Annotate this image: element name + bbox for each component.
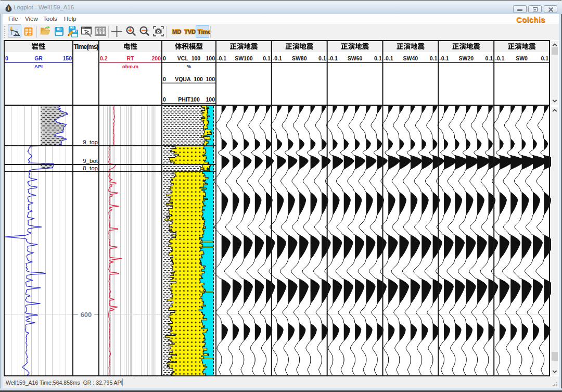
svg-text:9_top: 9_top bbox=[83, 139, 98, 145]
svg-text:100: 100 bbox=[206, 55, 215, 61]
svg-text:VQUA_100: VQUA_100 bbox=[175, 76, 203, 82]
svg-text:0.1: 0.1 bbox=[263, 55, 271, 61]
svg-text:SW60: SW60 bbox=[348, 55, 363, 61]
svg-text:GR: GR bbox=[34, 55, 43, 61]
svg-text:SW100: SW100 bbox=[235, 55, 253, 61]
svg-text:-0.1: -0.1 bbox=[439, 55, 449, 61]
svg-text:9_bot: 9_bot bbox=[83, 158, 98, 164]
svg-text:SW80: SW80 bbox=[292, 55, 307, 61]
svg-text:100: 100 bbox=[206, 76, 215, 82]
svg-text:TVD: TVD bbox=[184, 29, 196, 35]
svg-text:MD: MD bbox=[172, 29, 181, 35]
svg-text:0.1: 0.1 bbox=[486, 55, 493, 61]
svg-text:SW40: SW40 bbox=[403, 55, 418, 61]
svg-text:Time: Time bbox=[198, 29, 210, 35]
svg-text:-0.1: -0.1 bbox=[384, 55, 393, 61]
svg-text:-0.1: -0.1 bbox=[273, 55, 282, 61]
svg-text:RT: RT bbox=[127, 55, 135, 61]
svg-text:0.1: 0.1 bbox=[541, 55, 548, 61]
svg-text:SW0: SW0 bbox=[516, 55, 528, 61]
svg-text:0: 0 bbox=[163, 96, 166, 103]
svg-text:0: 0 bbox=[5, 55, 8, 61]
svg-text:Time(ms): Time(ms) bbox=[74, 43, 99, 50]
svg-text:200: 200 bbox=[151, 55, 161, 61]
svg-text:-0.1: -0.1 bbox=[495, 55, 504, 61]
svg-text:8_top: 8_top bbox=[83, 165, 98, 171]
svg-text:0.1: 0.1 bbox=[374, 55, 382, 61]
svg-text:%: % bbox=[187, 64, 191, 69]
svg-text:0: 0 bbox=[163, 55, 166, 61]
svg-text:0: 0 bbox=[163, 76, 166, 82]
svg-text:SW20: SW20 bbox=[459, 55, 474, 61]
svg-text:100: 100 bbox=[206, 96, 215, 103]
svg-text:ohm.m: ohm.m bbox=[122, 64, 138, 69]
svg-text:150: 150 bbox=[62, 55, 72, 61]
svg-text:0.2: 0.2 bbox=[100, 55, 108, 61]
svg-text:PHIT100: PHIT100 bbox=[178, 96, 200, 103]
svg-text:0.1: 0.1 bbox=[430, 55, 438, 61]
svg-text:-0.1: -0.1 bbox=[328, 55, 338, 61]
svg-text:600: 600 bbox=[81, 311, 92, 319]
svg-text:-0.1: -0.1 bbox=[217, 55, 226, 61]
svg-text:API: API bbox=[34, 64, 43, 69]
svg-text:VCL_100: VCL_100 bbox=[177, 55, 201, 61]
svg-text:0.1: 0.1 bbox=[318, 55, 326, 61]
